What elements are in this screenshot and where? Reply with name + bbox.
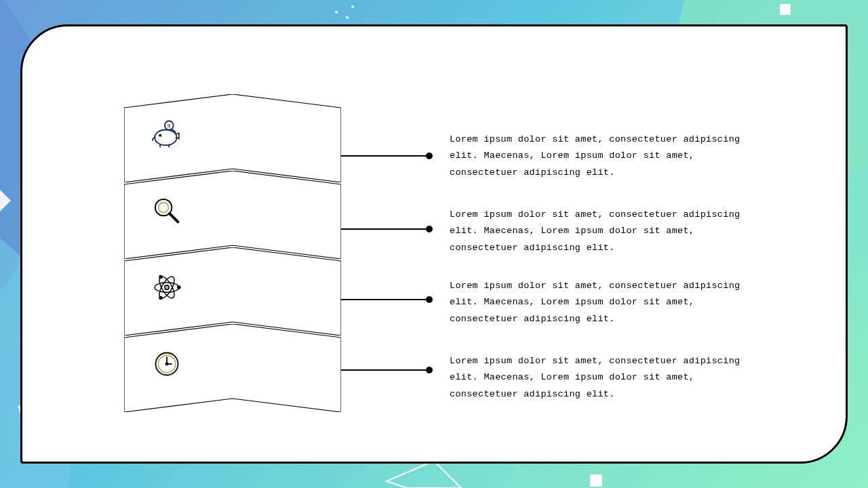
connector-3 xyxy=(341,299,429,300)
chevron-stack: $ xyxy=(124,94,355,412)
magnifier-icon xyxy=(147,191,186,230)
svg-point-29 xyxy=(159,296,162,299)
item-text-1: Lorem ipsum dolor sit amet, consectetuer… xyxy=(450,131,741,181)
svg-point-14 xyxy=(155,130,177,146)
svg-point-27 xyxy=(178,286,180,289)
chevron-item-4 xyxy=(124,324,341,412)
svg-text:$: $ xyxy=(167,123,171,129)
svg-point-28 xyxy=(159,276,162,279)
clock-icon xyxy=(147,344,186,384)
svg-rect-3 xyxy=(590,474,602,487)
chevron-item-2 xyxy=(124,171,341,259)
svg-point-7 xyxy=(346,16,349,19)
item-text-2: Lorem ipsum dolor sit amet, consectetuer… xyxy=(450,207,741,256)
connector-2 xyxy=(341,228,429,230)
svg-point-20 xyxy=(159,203,169,213)
item-text-3: Lorem ipsum dolor sit amet, consectetuer… xyxy=(450,278,741,327)
chevron-item-3 xyxy=(124,247,341,336)
connector-4 xyxy=(341,369,429,371)
svg-line-21 xyxy=(170,214,178,222)
svg-rect-2 xyxy=(780,4,791,15)
chevron-item-1: $ xyxy=(124,94,341,182)
content-card: $ xyxy=(20,24,848,464)
svg-point-6 xyxy=(335,11,338,14)
piggy-bank-icon: $ xyxy=(147,115,186,154)
atom-icon xyxy=(147,268,186,307)
svg-point-26 xyxy=(165,285,170,290)
svg-marker-9 xyxy=(387,461,461,488)
svg-point-8 xyxy=(351,5,354,8)
svg-point-15 xyxy=(159,134,161,136)
item-text-4: Lorem ipsum dolor sit amet, consectetuer… xyxy=(450,353,741,403)
connector-1 xyxy=(341,155,429,157)
svg-point-35 xyxy=(166,363,168,365)
